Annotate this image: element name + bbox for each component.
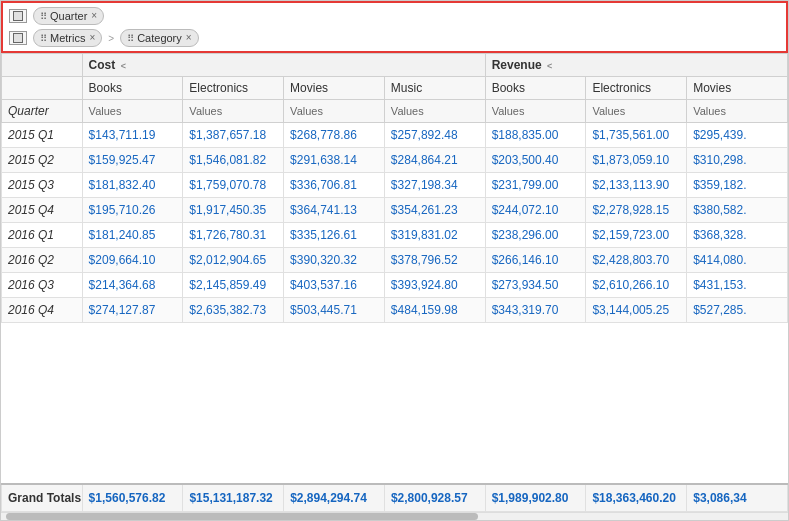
metrics-pill-label: Metrics <box>50 32 85 44</box>
quarter-pill-label: Quarter <box>50 10 87 22</box>
cost-electronics-cell: $2,012,904.65 <box>183 248 284 273</box>
table-body: 2015 Q1$143,711.19$1,387,657.18$268,778.… <box>2 123 788 323</box>
cost-music-cell: $393,924.80 <box>384 273 485 298</box>
revenue-group-header[interactable]: Revenue < <box>485 54 787 77</box>
cost-books-header[interactable]: Books <box>82 77 183 100</box>
category-pill-close[interactable]: × <box>186 33 192 43</box>
cost-movies-cell: $403,537.16 <box>284 273 385 298</box>
category-pill[interactable]: ⠿ Category × <box>120 29 198 47</box>
rev-books-header[interactable]: Books <box>485 77 586 100</box>
cost-music-cell: $484,159.98 <box>384 298 485 323</box>
rev-movies-cell: $431,153. <box>687 273 788 298</box>
quarter-cell: 2015 Q4 <box>2 198 83 223</box>
cost-movies-cell: $390,320.32 <box>284 248 385 273</box>
rev-movies-cell: $310,298. <box>687 148 788 173</box>
cost-electronics-cell: $1,759,070.78 <box>183 173 284 198</box>
cost-music-cell: $257,892.48 <box>384 123 485 148</box>
row-filter-icon <box>9 9 27 23</box>
cost-electronics-cell: $2,635,382.73 <box>183 298 284 323</box>
grand-cost-books: $1,560,576.82 <box>82 484 183 512</box>
rev-movies-cell: $368,328. <box>687 223 788 248</box>
cost-music-cell: $327,198.34 <box>384 173 485 198</box>
cost-electronics-header[interactable]: Electronics <box>183 77 284 100</box>
grand-totals-label: Grand Totals <box>2 484 83 512</box>
cost-electronics-cell: $1,917,450.35 <box>183 198 284 223</box>
cost-books-cell: $195,710.26 <box>82 198 183 223</box>
cost-movies-header[interactable]: Movies <box>284 77 385 100</box>
table-row: 2016 Q1$181,240.85$1,726,780.31$335,126.… <box>2 223 788 248</box>
grand-totals-table: Grand Totals $1,560,576.82 $15,131,187.3… <box>1 483 788 512</box>
rev-books-cell: $203,500.40 <box>485 148 586 173</box>
quarter-cell: 2016 Q2 <box>2 248 83 273</box>
metrics-pill[interactable]: ⠿ Metrics × <box>33 29 102 47</box>
rev-books-values: Values <box>485 100 586 123</box>
rev-electronics-cell: $2,278,928.15 <box>586 198 687 223</box>
cost-electronics-cell: $1,387,657.18 <box>183 123 284 148</box>
values-label-row: Quarter Values Values Values Values Valu… <box>2 100 788 123</box>
grand-rev-books: $1,989,902.80 <box>485 484 586 512</box>
grand-rev-electronics: $18,363,460.20 <box>586 484 687 512</box>
table-row: 2016 Q3$214,364.68$2,145,859.49$403,537.… <box>2 273 788 298</box>
rev-movies-cell: $527,285. <box>687 298 788 323</box>
rev-electronics-cell: $2,159,723.00 <box>586 223 687 248</box>
cost-books-cell: $181,832.40 <box>82 173 183 198</box>
rev-movies-values: Values <box>687 100 788 123</box>
quarter-cell: 2015 Q1 <box>2 123 83 148</box>
cost-electronics-cell: $1,726,780.31 <box>183 223 284 248</box>
table-row: 2015 Q3$181,832.40$1,759,070.78$336,706.… <box>2 173 788 198</box>
quarter-cell: 2015 Q2 <box>2 148 83 173</box>
rev-electronics-cell: $1,735,561.00 <box>586 123 687 148</box>
cost-sort-icon[interactable]: < <box>121 61 126 71</box>
rev-books-cell: $231,799.00 <box>485 173 586 198</box>
table-row: 2015 Q4$195,710.26$1,917,450.35$364,741.… <box>2 198 788 223</box>
filter-row-metrics: ⠿ Metrics × > ⠿ Category × <box>9 29 780 47</box>
rev-electronics-values: Values <box>586 100 687 123</box>
rev-movies-header[interactable]: Movies <box>687 77 788 100</box>
revenue-sort-icon[interactable]: < <box>547 61 552 71</box>
filter-area: ⠿ Quarter × ⠿ Metrics × > ⠿ Category × <box>1 1 788 53</box>
rev-movies-cell: $295,439. <box>687 123 788 148</box>
cost-music-cell: $378,796.52 <box>384 248 485 273</box>
quarter-pill-close[interactable]: × <box>91 11 97 21</box>
cost-electronics-cell: $2,145,859.49 <box>183 273 284 298</box>
quarter-cell: 2016 Q1 <box>2 223 83 248</box>
rev-electronics-cell: $1,873,059.10 <box>586 148 687 173</box>
cost-group-header[interactable]: Cost < <box>82 54 485 77</box>
rev-electronics-cell: $2,610,266.10 <box>586 273 687 298</box>
rev-movies-cell: $414,080. <box>687 248 788 273</box>
cost-movies-cell: $336,706.81 <box>284 173 385 198</box>
cost-books-values: Values <box>82 100 183 123</box>
rev-movies-cell: $380,582. <box>687 198 788 223</box>
cost-books-cell: $209,664.10 <box>82 248 183 273</box>
quarter-label: Quarter <box>2 100 83 123</box>
cost-movies-cell: $291,638.14 <box>284 148 385 173</box>
cost-books-cell: $159,925.47 <box>82 148 183 173</box>
cost-music-header[interactable]: Music <box>384 77 485 100</box>
cost-movies-cell: $364,741.13 <box>284 198 385 223</box>
arrow-separator-icon: > <box>108 33 114 44</box>
table-scroll[interactable]: Cost < Revenue < Books <box>1 53 788 483</box>
col-filter-icon <box>9 31 27 45</box>
cost-movies-cell: $503,445.71 <box>284 298 385 323</box>
sub-header-row: Books Electronics Movies Music Books <box>2 77 788 100</box>
table-row: 2015 Q1$143,711.19$1,387,657.18$268,778.… <box>2 123 788 148</box>
rev-electronics-cell: $2,428,803.70 <box>586 248 687 273</box>
cost-electronics-values: Values <box>183 100 284 123</box>
cost-electronics-cell: $1,546,081.82 <box>183 148 284 173</box>
cost-music-cell: $284,864.21 <box>384 148 485 173</box>
rev-electronics-cell: $3,144,005.25 <box>586 298 687 323</box>
cost-music-cell: $354,261.23 <box>384 198 485 223</box>
rev-electronics-header[interactable]: Electronics <box>586 77 687 100</box>
rev-books-cell: $273,934.50 <box>485 273 586 298</box>
cost-label: Cost <box>89 58 116 72</box>
filter-row-quarter: ⠿ Quarter × <box>9 7 780 25</box>
grand-totals-row: Grand Totals $1,560,576.82 $15,131,187.3… <box>2 484 788 512</box>
metrics-pill-close[interactable]: × <box>89 33 95 43</box>
main-container: ⠿ Quarter × ⠿ Metrics × > ⠿ Category × <box>0 0 789 521</box>
table-row: 2016 Q4$274,127.87$2,635,382.73$503,445.… <box>2 298 788 323</box>
cost-books-cell: $181,240.85 <box>82 223 183 248</box>
rev-books-cell: $343,319.70 <box>485 298 586 323</box>
rev-books-cell: $244,072.10 <box>485 198 586 223</box>
pill-dots-icon: ⠿ <box>40 11 46 22</box>
quarter-pill[interactable]: ⠿ Quarter × <box>33 7 104 25</box>
